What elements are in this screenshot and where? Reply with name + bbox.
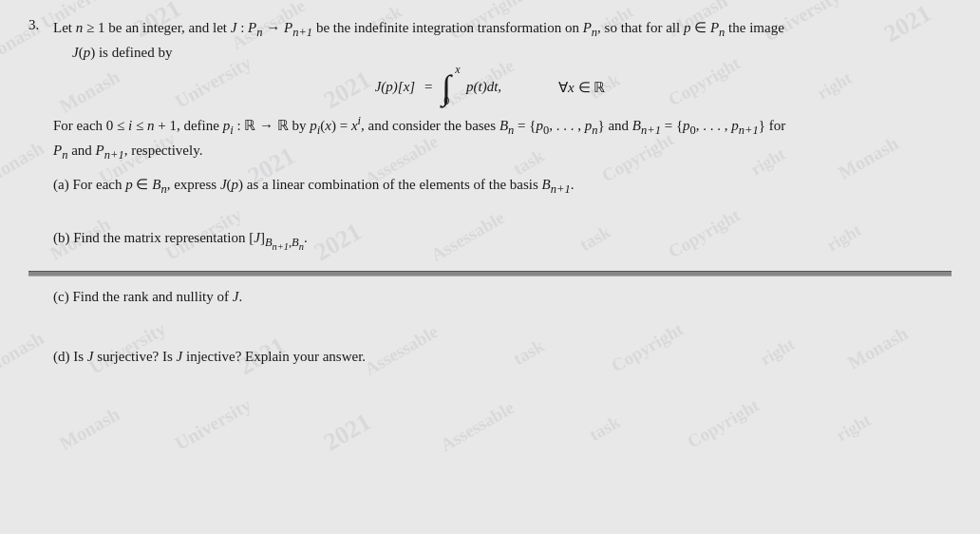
equals-sign: =: [421, 79, 436, 95]
content-area: 3. Let n ≥ 1 be an integer, and let J : …: [0, 0, 980, 534]
part-c-text: Find the rank and nullity of J.: [72, 289, 242, 304]
part-a-label: (a): [53, 177, 69, 192]
question-number: 3.: [28, 17, 46, 33]
integrand: p(t)dt,: [466, 79, 501, 95]
formula-lhs: J(p)[x]: [375, 79, 415, 95]
formula-expression: J(p)[x] = x ∫ 0 p(t)dt,: [375, 70, 501, 105]
integral-group: x ∫ 0: [442, 70, 451, 105]
question-intro: Let n ≥ 1 be an integer, and let J : Pn …: [53, 17, 952, 65]
part-d-text: Is J surjective? Is J injective? Explain…: [73, 349, 366, 364]
part-b-label: (b): [53, 230, 70, 245]
part-b: (b) Find the matrix representation [J]Bn…: [28, 227, 952, 254]
integral-lower-limit: 0: [443, 94, 449, 108]
section-divider: [28, 271, 952, 277]
question-3-header: 3. Let n ≥ 1 be an integer, and let J : …: [28, 17, 952, 65]
part-b-text: Find the matrix representation [J]Bn+1,B…: [73, 230, 307, 245]
part-a: (a) For each p ∈ Bn, express J(p) as a l…: [28, 174, 952, 199]
part-d: (d) Is J surjective? Is J injective? Exp…: [28, 346, 952, 368]
integral-upper-limit: x: [455, 63, 460, 77]
define-pi-paragraph: For each 0 ≤ i ≤ n + 1, define pi : ℝ → …: [53, 112, 952, 165]
for-all-condition: ∀x ∈ ℝ: [558, 79, 605, 96]
part-c-label: (c): [53, 289, 69, 304]
part-d-label: (d): [53, 349, 70, 364]
part-c: (c) Find the rank and nullity of J.: [28, 286, 952, 308]
part-a-text: For each p ∈ Bn, express J(p) as a linea…: [72, 177, 574, 192]
formula-line: J(p)[x] = x ∫ 0 p(t)dt, ∀x ∈ ℝ: [28, 70, 952, 105]
page-container: Monash University 2021 Assessable task C…: [0, 0, 980, 534]
